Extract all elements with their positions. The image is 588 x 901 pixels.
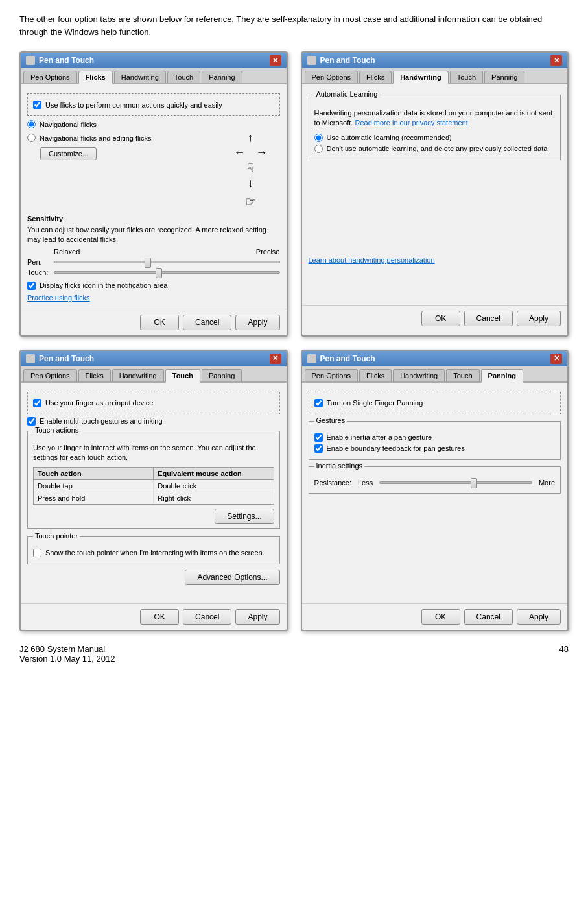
touch-apply-button[interactable]: Apply xyxy=(235,609,279,625)
use-flicks-checkbox[interactable] xyxy=(33,101,41,109)
dont-use-row: Don't use automatic learning, and delete… xyxy=(314,145,556,153)
footer-title: J2 680 System Manual xyxy=(19,644,115,654)
touch-slider-thumb[interactable] xyxy=(156,268,162,278)
use-auto-radio[interactable] xyxy=(314,134,323,142)
touch-tab-flicks[interactable]: Flicks xyxy=(78,369,111,381)
display-flicks-checkbox[interactable] xyxy=(27,282,36,290)
flicks-tab-flicks[interactable]: Flicks xyxy=(78,71,113,84)
top-dialog-row: Pen and Touch ✕ Pen Options Flicks Handw… xyxy=(19,51,569,337)
handwriting-tab-flicks[interactable]: Flicks xyxy=(359,71,392,83)
pen-slider-thumb[interactable] xyxy=(145,258,151,268)
sensitivity-area: Sensitivity You can adjust how easily yo… xyxy=(27,215,280,276)
nav-flicks-radio[interactable] xyxy=(27,120,36,128)
panning-titlebar: Pen and Touch ✕ xyxy=(302,351,568,366)
enable-boundary-label: Enable boundary feedback for pan gesture… xyxy=(327,444,465,452)
panning-cancel-button[interactable]: Cancel xyxy=(464,609,513,625)
display-flicks-label: Display flicks icon in the notification … xyxy=(40,282,167,289)
show-pointer-label: Show the touch pointer when I'm interact… xyxy=(45,549,265,557)
flicks-tab-handwriting[interactable]: Handwriting xyxy=(114,71,166,83)
arrow-down: ↓ xyxy=(248,176,253,190)
touch-tab-touch[interactable]: Touch xyxy=(165,369,200,383)
privacy-link[interactable]: Read more in our privacy statement xyxy=(355,119,467,126)
handwriting-tab-pen-options[interactable]: Pen Options xyxy=(305,71,359,83)
touch-pointer-title: Touch pointer xyxy=(33,532,80,540)
flicks-tab-touch[interactable]: Touch xyxy=(167,71,200,83)
flicks-apply-button[interactable]: Apply xyxy=(235,315,279,330)
relaxed-label: Relaxed xyxy=(54,248,80,256)
resistance-row: Resistance: Less More xyxy=(314,479,556,487)
nav-edit-radio[interactable] xyxy=(27,134,36,142)
panning-tab-touch[interactable]: Touch xyxy=(446,369,479,381)
touch-slider-track[interactable] xyxy=(54,271,280,274)
use-auto-label: Use automatic learning (recommended) xyxy=(327,134,452,141)
panning-apply-button[interactable]: Apply xyxy=(517,609,561,625)
touch-ok-button[interactable]: OK xyxy=(140,609,179,625)
flicks-tab-pen-options[interactable]: Pen Options xyxy=(23,71,77,83)
resistance-slider-track[interactable] xyxy=(379,481,532,484)
panning-tab-handwriting[interactable]: Handwriting xyxy=(393,369,445,381)
touch-tab-panning[interactable]: Panning xyxy=(202,369,242,381)
handwriting-title-area: Pen and Touch xyxy=(307,56,375,65)
flicks-tab-panning[interactable]: Panning xyxy=(202,71,242,83)
flicks-title-icon xyxy=(26,56,35,65)
panning-ok-button[interactable]: OK xyxy=(421,609,460,625)
handwriting-cancel-button[interactable]: Cancel xyxy=(464,311,513,326)
flicks-footer: OK Cancel Apply xyxy=(21,309,287,335)
enable-boundary-row: Enable boundary feedback for pan gesture… xyxy=(314,444,556,453)
touch-tab-pen-options[interactable]: Pen Options xyxy=(23,369,77,381)
col-touch-header: Touch action xyxy=(34,468,154,479)
flicks-ok-button[interactable]: OK xyxy=(140,315,179,330)
customize-button[interactable]: Customize... xyxy=(40,147,97,160)
learn-hw-link[interactable]: Learn about handwriting personalization xyxy=(309,256,435,264)
auto-learning-groupbox: Automatic Learning Handwriting personali… xyxy=(309,95,561,160)
arrow-horizontal-row: ← → xyxy=(234,146,268,160)
handwriting-tab-touch[interactable]: Touch xyxy=(450,71,483,83)
enable-inertia-checkbox[interactable] xyxy=(314,433,323,442)
turn-on-panning-checkbox[interactable] xyxy=(314,399,323,407)
touch-tab-handwriting[interactable]: Handwriting xyxy=(112,369,164,381)
inertia-title: Inertia settings xyxy=(314,462,365,470)
col-mouse-header: Equivalent mouse action xyxy=(154,468,273,479)
arrow-right: → xyxy=(256,146,268,160)
touch-footer: OK Cancel Apply xyxy=(21,603,287,630)
panning-tab-panning[interactable]: Panning xyxy=(481,369,523,383)
advanced-options-button[interactable]: Advanced Options... xyxy=(185,570,279,585)
turn-on-panning-box: Turn on Single Finger Panning xyxy=(309,392,561,414)
use-flicks-label: Use flicks to perform common actions qui… xyxy=(45,101,222,109)
dont-use-radio[interactable] xyxy=(314,145,323,153)
handwriting-tab-panning[interactable]: Panning xyxy=(484,71,524,83)
settings-button[interactable]: Settings... xyxy=(215,509,274,524)
handwriting-ok-button[interactable]: OK xyxy=(421,311,460,326)
handwriting-apply-button[interactable]: Apply xyxy=(517,311,561,326)
panning-tab-flicks[interactable]: Flicks xyxy=(359,369,392,381)
use-finger-checkbox[interactable] xyxy=(33,399,41,407)
touch-actions-title: Touch actions xyxy=(33,426,80,434)
touch-close-button[interactable]: ✕ xyxy=(270,354,281,364)
practice-flicks-link[interactable]: Practice using flicks xyxy=(27,294,90,302)
gestures-title: Gestures xyxy=(314,416,347,424)
panning-tab-pen-options[interactable]: Pen Options xyxy=(305,369,359,381)
handwriting-close-button[interactable]: ✕ xyxy=(550,55,562,66)
pen-slider-track[interactable] xyxy=(54,261,280,263)
display-flicks-row: Display flicks icon in the notification … xyxy=(27,282,280,290)
touch-tabs: Pen Options Flicks Handwriting Touch Pan… xyxy=(21,366,287,383)
precise-label: Precise xyxy=(256,248,280,256)
flicks-cancel-button[interactable]: Cancel xyxy=(183,315,231,330)
sensitivity-text: You can adjust how easily your flicks ar… xyxy=(27,225,280,245)
less-label: Less xyxy=(358,479,373,487)
touch-titlebar: Pen and Touch ✕ xyxy=(21,351,287,366)
enable-multi-checkbox[interactable] xyxy=(27,417,36,426)
panning-close-button[interactable]: ✕ xyxy=(550,354,562,364)
panning-footer: OK Cancel Apply xyxy=(302,603,568,630)
touch-cancel-button[interactable]: Cancel xyxy=(183,609,231,625)
footer-left: J2 680 System Manual Version 1.0 May 11,… xyxy=(19,644,115,664)
nav-flicks-row: Navigational flicks xyxy=(27,120,280,128)
handwriting-tab-handwriting[interactable]: Handwriting xyxy=(393,71,449,84)
page-footer: J2 680 System Manual Version 1.0 May 11,… xyxy=(19,644,569,664)
enable-multi-label: Enable multi-touch gestures and inking xyxy=(40,417,163,425)
resistance-slider-thumb[interactable] xyxy=(471,478,477,488)
flicks-close-button[interactable]: ✕ xyxy=(270,55,281,66)
show-pointer-checkbox[interactable] xyxy=(33,549,41,557)
table-row: Press and hold Right-click xyxy=(34,492,274,504)
enable-boundary-checkbox[interactable] xyxy=(314,444,323,453)
